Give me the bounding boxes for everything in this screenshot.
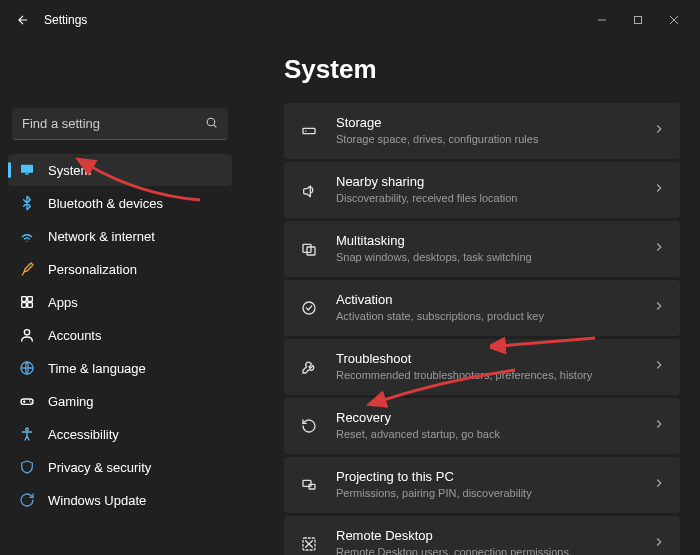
tile-recovery[interactable]: RecoveryReset, advanced startup, go back [284, 398, 680, 454]
tile-list: StorageStorage space, drives, configurat… [284, 103, 680, 555]
tile-projecting[interactable]: Projecting to this PCPermissions, pairin… [284, 457, 680, 513]
window-title: Settings [44, 13, 87, 27]
sidebar-item-label: Accounts [48, 328, 101, 343]
tile-remote[interactable]: Remote DesktopRemote Desktop users, conn… [284, 516, 680, 555]
sidebar-item-label: System [48, 163, 91, 178]
multitask-icon [298, 238, 320, 260]
tile-text: Remote DesktopRemote Desktop users, conn… [336, 528, 652, 555]
svg-rect-7 [25, 173, 29, 174]
tile-activation[interactable]: ActivationActivation state, subscription… [284, 280, 680, 336]
chevron-right-icon [652, 240, 666, 258]
search-placeholder: Find a setting [22, 116, 100, 131]
tile-subtitle: Storage space, drives, configuration rul… [336, 132, 652, 146]
page-title: System [284, 54, 680, 85]
brush-icon [18, 260, 36, 278]
chevron-right-icon [652, 417, 666, 435]
svg-point-8 [26, 241, 27, 242]
person-icon [18, 326, 36, 344]
shield-icon [18, 458, 36, 476]
sidebar-item-update[interactable]: Windows Update [8, 484, 232, 516]
sidebar-item-privacy[interactable]: Privacy & security [8, 451, 232, 483]
sidebar-item-network[interactable]: Network & internet [8, 220, 232, 252]
update-icon [18, 491, 36, 509]
chevron-right-icon [652, 299, 666, 317]
tile-text: Projecting to this PCPermissions, pairin… [336, 469, 652, 500]
window-controls [584, 5, 692, 35]
search-input[interactable]: Find a setting [12, 108, 228, 140]
globe-icon [18, 359, 36, 377]
close-button[interactable] [656, 5, 692, 35]
sidebar-item-time[interactable]: Time & language [8, 352, 232, 384]
sidebar-item-gaming[interactable]: Gaming [8, 385, 232, 417]
sidebar-item-label: Network & internet [48, 229, 155, 244]
tile-subtitle: Activation state, subscriptions, product… [336, 309, 652, 323]
svg-rect-10 [28, 297, 33, 302]
tile-title: Storage [336, 115, 652, 132]
storage-icon [298, 120, 320, 142]
svg-point-13 [24, 330, 29, 335]
svg-rect-26 [303, 480, 311, 486]
sidebar-item-label: Windows Update [48, 493, 146, 508]
titlebar: Settings [0, 0, 700, 40]
bluetooth-icon [18, 194, 36, 212]
sidebar-item-label: Privacy & security [48, 460, 151, 475]
sidebar-nav: SystemBluetooth & devicesNetwork & inter… [8, 154, 232, 516]
sidebar-item-label: Bluetooth & devices [48, 196, 163, 211]
tile-subtitle: Permissions, pairing PIN, discoverabilit… [336, 486, 652, 500]
accessibility-icon [18, 425, 36, 443]
chevron-right-icon [652, 535, 666, 553]
tile-nearby[interactable]: Nearby sharingDiscoverability, received … [284, 162, 680, 218]
tile-subtitle: Recommended troubleshooters, preferences… [336, 368, 652, 382]
svg-rect-21 [303, 128, 315, 133]
sidebar-item-apps[interactable]: Apps [8, 286, 232, 318]
wifi-icon [18, 227, 36, 245]
tile-troubleshoot[interactable]: TroubleshootRecommended troubleshooters,… [284, 339, 680, 395]
tile-storage[interactable]: StorageStorage space, drives, configurat… [284, 103, 680, 159]
tile-title: Multitasking [336, 233, 652, 250]
remote-icon [298, 533, 320, 555]
tile-title: Troubleshoot [336, 351, 652, 368]
tile-text: StorageStorage space, drives, configurat… [336, 115, 652, 146]
display-icon [18, 161, 36, 179]
svg-rect-1 [635, 17, 642, 24]
sidebar-item-accessibility[interactable]: Accessibility [8, 418, 232, 450]
maximize-button[interactable] [620, 5, 656, 35]
svg-point-20 [26, 428, 29, 431]
sidebar-item-system[interactable]: System [8, 154, 232, 186]
wrench-icon [298, 356, 320, 378]
search-icon [205, 116, 218, 132]
svg-point-19 [30, 402, 31, 403]
svg-line-5 [214, 125, 216, 127]
sidebar: Find a setting SystemBluetooth & devices… [0, 40, 240, 555]
tile-subtitle: Reset, advanced startup, go back [336, 427, 652, 441]
tile-subtitle: Snap windows, desktops, task switching [336, 250, 652, 264]
sidebar-item-personalization[interactable]: Personalization [8, 253, 232, 285]
sidebar-item-label: Apps [48, 295, 78, 310]
chevron-right-icon [652, 122, 666, 140]
sidebar-item-label: Accessibility [48, 427, 119, 442]
tile-title: Remote Desktop [336, 528, 652, 545]
sidebar-item-bluetooth[interactable]: Bluetooth & devices [8, 187, 232, 219]
tile-title: Nearby sharing [336, 174, 652, 191]
sidebar-item-label: Time & language [48, 361, 146, 376]
tile-text: RecoveryReset, advanced startup, go back [336, 410, 652, 441]
sidebar-item-accounts[interactable]: Accounts [8, 319, 232, 351]
svg-point-18 [29, 400, 30, 401]
chevron-right-icon [652, 358, 666, 376]
svg-point-4 [207, 118, 215, 126]
tile-text: MultitaskingSnap windows, desktops, task… [336, 233, 652, 264]
check-icon [298, 297, 320, 319]
svg-rect-12 [28, 303, 33, 308]
recovery-icon [298, 415, 320, 437]
back-button[interactable] [8, 5, 38, 35]
minimize-button[interactable] [584, 5, 620, 35]
svg-point-25 [303, 302, 315, 314]
chevron-right-icon [652, 476, 666, 494]
svg-rect-6 [21, 165, 33, 173]
tile-title: Activation [336, 292, 652, 309]
tile-multitasking[interactable]: MultitaskingSnap windows, desktops, task… [284, 221, 680, 277]
tile-text: Nearby sharingDiscoverability, received … [336, 174, 652, 205]
tile-title: Projecting to this PC [336, 469, 652, 486]
share-icon [298, 179, 320, 201]
gamepad-icon [18, 392, 36, 410]
